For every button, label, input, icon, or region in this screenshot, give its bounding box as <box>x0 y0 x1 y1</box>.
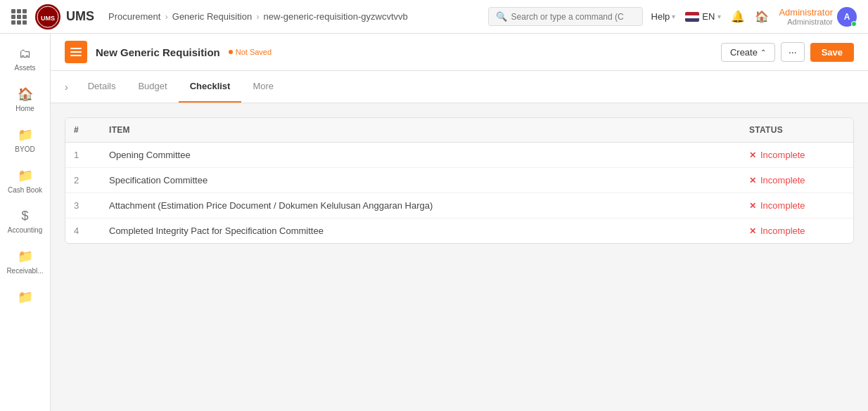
row-3-status: ✕ Incomplete <box>741 193 853 218</box>
breadcrumb-item-1[interactable]: Procurement <box>108 11 160 22</box>
status-label: Incomplete <box>760 150 805 160</box>
language-menu[interactable]: EN ▾ <box>685 11 721 22</box>
notification-bell-icon[interactable]: 🔔 <box>731 10 745 23</box>
sidebar-label-accounting: Accounting <box>8 226 42 235</box>
cashbook-icon: 📁 <box>18 168 33 183</box>
search-icon: 🔍 <box>496 11 507 22</box>
sidebar-label-cashbook: Cash Book <box>8 186 42 195</box>
receivables-icon: 📁 <box>18 249 33 264</box>
page-title: New Generic Requisition <box>96 46 220 58</box>
help-chevron-icon: ▾ <box>672 13 675 20</box>
create-chevron-icon: ⌃ <box>760 48 766 56</box>
logo-area: UMS UMS <box>35 4 94 30</box>
online-status-dot <box>851 21 857 27</box>
tab-details[interactable]: Details <box>77 71 127 103</box>
avatar[interactable]: A <box>837 7 857 27</box>
sidebar-item-more[interactable]: 📁 <box>0 282 50 312</box>
not-saved-label: Not Saved <box>236 48 272 56</box>
more-options-button[interactable]: ··· <box>781 42 805 62</box>
row-2-item: Specification Committee <box>101 168 741 193</box>
create-button[interactable]: Create ⌃ <box>721 43 775 62</box>
x-icon: ✕ <box>749 150 756 160</box>
sidebar-item-home[interactable]: 🏠 Home <box>0 79 50 120</box>
row-1-status: ✕ Incomplete <box>741 143 853 167</box>
search-input[interactable] <box>511 12 624 22</box>
save-button[interactable]: Save <box>810 43 854 62</box>
sidebar-item-cashbook[interactable]: 📁 Cash Book <box>0 161 50 202</box>
status-label: Incomplete <box>760 200 805 211</box>
admin-name: Administrator <box>779 7 833 18</box>
home-icon: 🏠 <box>18 86 33 102</box>
main-content: # ITEM STATUS 1 Opening Committee ✕ Inco… <box>51 103 868 258</box>
sidebar-label-byod: BYOD <box>15 145 34 154</box>
content-area: New Generic Requisition Not Saved Create… <box>51 34 868 411</box>
sidebar-label-home: Home <box>15 105 34 113</box>
svg-text:UMS: UMS <box>41 15 55 22</box>
row-1-item: Opening Committee <box>101 143 741 167</box>
row-2-status: ✕ Incomplete <box>741 168 853 193</box>
sidebar-label-receivables: Receivabl... <box>6 267 43 275</box>
not-saved-badge: Not Saved <box>229 48 272 56</box>
status-label: Incomplete <box>760 226 805 236</box>
more-icon: 📁 <box>18 289 33 305</box>
tab-more[interactable]: More <box>241 71 285 103</box>
breadcrumb-sep-1: › <box>165 11 167 22</box>
admin-role: Administrator <box>787 18 833 26</box>
tab-container: › Details Budget Checklist More <box>51 71 868 103</box>
logo-icon: UMS <box>35 4 60 30</box>
table-row: 4 Completed Integrity Pact for Specifica… <box>65 218 853 243</box>
menu-toggle-button[interactable] <box>65 41 87 63</box>
row-2-num: 2 <box>65 168 101 193</box>
col-header-num: # <box>65 118 101 142</box>
accounting-icon: $ <box>21 209 28 223</box>
top-navigation: UMS UMS Procurement › Generic Requisitio… <box>0 0 868 34</box>
help-menu[interactable]: Help ▾ <box>651 11 676 22</box>
breadcrumb-item-2[interactable]: Generic Requisition <box>172 11 252 22</box>
sidebar-item-byod[interactable]: 📁 BYOD <box>0 120 50 161</box>
sidebar-item-assets[interactable]: 🗂 Assets <box>0 39 50 79</box>
table-row: 2 Specification Committee ✕ Incomplete <box>65 168 853 193</box>
table-header: # ITEM STATUS <box>65 118 853 143</box>
tab-budget[interactable]: Budget <box>127 71 178 103</box>
page-header-right: Create ⌃ ··· Save <box>721 42 854 62</box>
row-3-num: 3 <box>65 193 101 218</box>
sidebar-item-accounting[interactable]: $ Accounting <box>0 202 50 242</box>
breadcrumb-item-3: new-generic-requisition-gyzwcvtvvb <box>264 11 408 22</box>
row-3-item: Attachment (Estimation Price Document / … <box>101 193 741 218</box>
x-icon: ✕ <box>749 226 756 236</box>
nav-actions: Help ▾ EN ▾ 🔔 🏠 Administrator Administra… <box>651 7 857 27</box>
row-4-num: 4 <box>65 218 101 243</box>
lang-chevron-icon: ▾ <box>717 13 721 20</box>
status-label: Incomplete <box>760 175 805 185</box>
row-4-status: ✕ Incomplete <box>741 218 853 243</box>
x-icon: ✕ <box>749 201 756 211</box>
page-header: New Generic Requisition Not Saved Create… <box>51 34 868 71</box>
x-icon: ✕ <box>749 176 756 185</box>
checklist-table: # ITEM STATUS 1 Opening Committee ✕ Inco… <box>65 117 854 244</box>
sidebar: 🗂 Assets 🏠 Home 📁 BYOD 📁 Cash Book $ Acc… <box>0 34 51 411</box>
logo-text: UMS <box>66 9 94 24</box>
table-row: 1 Opening Committee ✕ Incomplete <box>65 143 853 168</box>
main-layout: 🗂 Assets 🏠 Home 📁 BYOD 📁 Cash Book $ Acc… <box>0 34 868 411</box>
sidebar-item-receivables[interactable]: 📁 Receivabl... <box>0 242 50 282</box>
sidebar-label-assets: Assets <box>14 64 35 72</box>
row-1-num: 1 <box>65 143 101 167</box>
avatar-initial: A <box>844 12 850 22</box>
lang-label: EN <box>702 11 715 22</box>
help-label: Help <box>651 11 670 22</box>
collapse-arrow-icon[interactable]: › <box>65 81 68 93</box>
row-4-item: Completed Integrity Pact for Specificati… <box>101 218 741 243</box>
breadcrumb-sep-2: › <box>256 11 259 22</box>
flag-icon <box>685 12 699 22</box>
col-header-item: ITEM <box>101 118 741 142</box>
page-header-left: New Generic Requisition Not Saved <box>65 41 272 63</box>
grid-menu-icon[interactable] <box>11 9 27 25</box>
tab-checklist[interactable]: Checklist <box>179 71 242 103</box>
admin-area: Administrator Administrator A <box>779 7 857 27</box>
breadcrumb: Procurement › Generic Requisition › new-… <box>108 11 480 22</box>
table-row: 3 Attachment (Estimation Price Document … <box>65 193 853 218</box>
home-nav-icon[interactable]: 🏠 <box>755 10 769 23</box>
not-saved-dot <box>229 50 233 54</box>
hamburger-icon <box>70 48 82 56</box>
search-bar[interactable]: 🔍 <box>488 7 643 26</box>
